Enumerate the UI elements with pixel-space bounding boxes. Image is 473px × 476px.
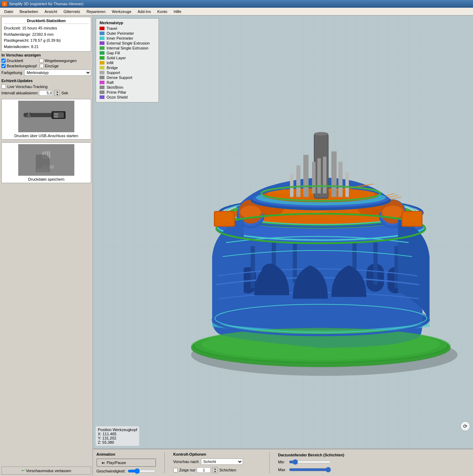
bottom-controls: Animation ⏯ Play/Pause Geschwindigkeit: …	[93, 449, 473, 476]
svg-point-86	[314, 132, 328, 136]
checkbox-druckbett[interactable]	[1, 59, 6, 63]
vorschau-select[interactable]: Schicht Zeit Prozent	[201, 458, 243, 465]
legend-item-gap: Gap Fill	[100, 51, 155, 55]
legend-label-raft: Raft	[107, 80, 114, 85]
stat-rohfaden: Rohfadenlänge: 22392.9 mm	[4, 32, 89, 38]
max-range-slider[interactable]	[289, 467, 331, 472]
control-title: Kontroll-Optionen	[173, 452, 261, 456]
checkbox-bearbeitungskopf-label[interactable]: Bearbeitungskopf	[1, 64, 37, 68]
live-tracking-label[interactable]: Live Vorschau-Tracking	[1, 84, 91, 89]
position-x: X: 111.465	[98, 432, 137, 436]
menu-ansicht[interactable]: Ansicht	[42, 9, 60, 14]
stats-box: Druckbett-Statistiken Druckzeit: 15 hour…	[1, 17, 91, 52]
svg-rect-8	[27, 115, 31, 115]
app-icon: S	[2, 1, 7, 6]
animation-title: Animation	[96, 452, 156, 456]
svg-rect-89	[338, 162, 343, 197]
stat-plastik: Plastikgewicht: 178.57 g (0.39 lb)	[4, 38, 89, 44]
menu-addins[interactable]: Add-Ins	[135, 9, 154, 14]
svg-rect-7	[28, 116, 29, 118]
zeige-nur-checkbox[interactable]	[173, 468, 178, 472]
legend-color-outer	[100, 32, 104, 35]
svg-rect-94	[323, 157, 326, 194]
checkbox-bearbeitungskopf[interactable]	[1, 64, 6, 68]
exit-preview-button[interactable]: ↩ Vorschaumodus verlassen	[1, 467, 91, 475]
speed-row: Geschwindigkeit:	[96, 469, 156, 473]
checkbox-wegebewegungen-label[interactable]: Wegebewegungen	[39, 59, 77, 63]
position-info: Position Werkzeugkopf X: 111.465 Y: 131.…	[96, 426, 139, 446]
title-text: Simplify 3D (registriert für Thomas Himm…	[9, 2, 83, 6]
svg-rect-29	[293, 241, 297, 283]
svg-rect-88	[303, 155, 309, 197]
interval-up-button[interactable]: ▲	[55, 90, 60, 93]
legend-color-inner	[100, 36, 104, 40]
exit-label: Vorschaumodus verlassen	[26, 469, 71, 473]
farbgebung-select[interactable]: Merkmalstyp Schicht Extruder	[24, 69, 91, 76]
vorschau-label: Vorschau nach	[173, 460, 199, 464]
menu-gitternetz[interactable]: Gitternetz	[61, 9, 83, 14]
svg-rect-4	[54, 116, 58, 118]
legend-title: Merkmalstyp	[100, 21, 155, 25]
usb-button[interactable]: Drucken über USB-Anschluss starten	[1, 99, 91, 140]
checkbox-druckbett-label[interactable]: Druckbett	[1, 59, 36, 63]
legend-item-infill: Infill	[100, 61, 155, 65]
legend-item-prime: Prime Pillar	[100, 90, 155, 94]
svg-rect-31	[373, 243, 378, 285]
menu-konto[interactable]: Konto	[154, 9, 170, 14]
separator-1	[164, 452, 165, 473]
control-section: Kontroll-Optionen Vorschau nach Schicht …	[173, 452, 261, 473]
position-title: Position Werkzeugkopf	[98, 428, 137, 432]
sd-image	[18, 144, 74, 176]
zeige-nur-label: Zeige nur	[179, 468, 195, 472]
max-label: Max	[278, 468, 287, 472]
interval-down-button[interactable]: ▼	[55, 93, 60, 96]
farbgebung-row: Farbgebung Merkmalstyp Schicht Extruder	[1, 69, 91, 76]
layer-input[interactable]	[197, 467, 211, 473]
interval-label: Intervall aktualisieren	[1, 91, 38, 95]
animation-section: Animation ⏯ Play/Pause Geschwindigkeit:	[96, 452, 156, 473]
legend-color-ooze	[100, 95, 104, 99]
legend-label-outer: Outer Perimeter	[107, 31, 134, 35]
legend-label-ooze: Ooze Shield	[107, 95, 128, 99]
checkbox-live-tracking[interactable]	[1, 84, 6, 89]
checkbox-wegebewegungen[interactable]	[39, 59, 43, 63]
schichten-label: Schichten	[219, 468, 236, 472]
legend-item-bridge: Bridge	[100, 66, 155, 70]
interval-unit: Sek	[61, 91, 68, 95]
viewport[interactable]: Merkmalstyp Travel Outer Perimeter Inner…	[93, 15, 473, 449]
menu-bearbeiten[interactable]: Bearbeiten	[17, 9, 41, 14]
min-range-slider[interactable]	[289, 459, 331, 465]
legend-label-travel: Travel	[107, 26, 117, 31]
echtzeit-title: Echtzeit-Updates	[1, 79, 91, 83]
stat-druckzeit: Druckzeit: 15 hours 45 minutes	[4, 25, 89, 32]
menu-datei[interactable]: Datei	[1, 9, 16, 14]
legend-label-prime: Prime Pillar	[107, 90, 126, 94]
legend-color-bridge	[100, 66, 104, 69]
checkbox-einzuge[interactable]	[40, 64, 44, 68]
menu-hilfe[interactable]: Hilfe	[171, 9, 184, 14]
svg-rect-95	[312, 162, 316, 194]
interval-input[interactable]: 5,0	[39, 90, 53, 96]
sd-button[interactable]: Druckdatei speichern	[1, 142, 91, 183]
legend-label-solid: Solid Layer	[107, 56, 126, 60]
legend-item-support: Support	[100, 71, 155, 75]
svg-rect-92	[290, 174, 293, 197]
speed-slider[interactable]	[128, 469, 156, 473]
checkbox-einzuge-label[interactable]: Einzüge	[40, 64, 75, 68]
svg-rect-91	[345, 173, 349, 197]
speed-label: Geschwindigkeit:	[96, 469, 126, 473]
camera-reset-button[interactable]: ⟳	[460, 421, 470, 431]
layer-down-button[interactable]: ▼	[212, 470, 217, 473]
menu-werkzeuge[interactable]: Werkzeuge	[109, 9, 134, 14]
legend-item-outer: Outer Perimeter	[100, 31, 155, 35]
position-y: Y: 131.202	[98, 436, 137, 440]
stats-content: Druckzeit: 15 hours 45 minutes Rohfadenl…	[4, 25, 89, 50]
legend: Merkmalstyp Travel Outer Perimeter Inner…	[96, 18, 159, 102]
svg-rect-93	[317, 159, 321, 194]
range-title: Darzustellender Bereich (Schichten)	[278, 453, 348, 457]
menu-reparieren[interactable]: Reparieren	[84, 9, 108, 14]
legend-item-int-single: Internal Single Extrusion	[100, 46, 155, 50]
play-pause-button[interactable]: ⏯ Play/Pause	[96, 458, 156, 467]
layer-up-button[interactable]: ▲	[212, 467, 217, 470]
echtzeit-section: Echtzeit-Updates Live Vorschau-Tracking …	[1, 79, 91, 96]
